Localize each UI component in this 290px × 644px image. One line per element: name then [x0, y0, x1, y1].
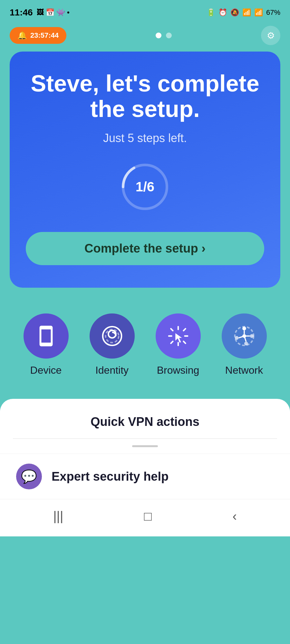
signal-icon: 📶 — [254, 8, 263, 17]
card-title: Steve, let's complete the setup. — [26, 71, 264, 122]
svg-line-13 — [171, 341, 173, 343]
page-dots — [66, 33, 261, 38]
identity-icon-circle — [90, 313, 135, 359]
identity-label: Identity — [95, 364, 129, 376]
alarm-icon: ⏰ — [218, 8, 227, 17]
battery-percent: 67% — [266, 8, 280, 17]
svg-point-5 — [105, 330, 119, 343]
dot-2[interactable] — [166, 33, 172, 38]
card-subtitle: Just 5 steps left. — [26, 131, 264, 145]
status-bar: 11:46 🖼 📅 👾 • 🔋 ⏰ 🔕 📶 📶 67% — [0, 0, 290, 23]
svg-point-17 — [235, 336, 238, 340]
feature-identity[interactable]: Identity — [90, 313, 135, 376]
status-time: 11:46 🖼 📅 👾 • — [10, 7, 70, 18]
expert-help-label: Expert security help — [52, 470, 169, 484]
home-button[interactable]: □ — [134, 506, 161, 527]
identity-icon — [101, 325, 123, 347]
gear-icon: ⚙ — [267, 30, 275, 41]
network-icon — [233, 325, 256, 347]
bottom-nav: ||| □ ‹ — [0, 499, 290, 536]
header-nav: 🔔 23:57:44 ⚙ — [0, 23, 290, 52]
back-icon: ‹ — [232, 509, 237, 523]
mute-icon: 🔕 — [230, 8, 239, 17]
svg-point-2 — [45, 344, 46, 345]
svg-line-10 — [171, 329, 173, 331]
chat-icon: 💬 — [21, 469, 37, 484]
svg-point-23 — [242, 334, 246, 338]
wifi-icon: 📶 — [242, 8, 251, 17]
battery-icon: 🔋 — [207, 8, 215, 17]
time-display: 11:46 — [10, 7, 33, 18]
device-label: Device — [30, 364, 62, 376]
svg-line-12 — [183, 329, 185, 331]
feature-network[interactable]: Network — [222, 313, 267, 376]
device-icon-circle — [24, 313, 69, 359]
main-card: Steve, let's complete the setup. Just 5 … — [10, 52, 280, 288]
vpn-divider — [13, 438, 277, 439]
home-icon: □ — [144, 509, 152, 523]
progress-ring-container: 1/6 — [26, 161, 264, 213]
settings-button[interactable]: ⚙ — [261, 26, 280, 45]
back-button[interactable]: ‹ — [223, 506, 246, 527]
drag-handle[interactable] — [132, 445, 158, 447]
expert-help-bar[interactable]: 💬 Expert security help — [0, 454, 290, 499]
feature-browsing[interactable]: Browsing — [156, 313, 201, 376]
feature-device[interactable]: Device — [24, 313, 69, 376]
menu-button[interactable]: ||| — [44, 506, 73, 527]
browsing-label: Browsing — [157, 364, 199, 376]
notification-timer: 23:57:44 — [30, 31, 59, 40]
status-icons-right: 🔋 ⏰ 🔕 📶 📶 67% — [207, 8, 280, 17]
menu-icon: ||| — [53, 509, 63, 523]
notification-badge[interactable]: 🔔 23:57:44 — [10, 27, 66, 44]
svg-point-15 — [242, 327, 246, 331]
bell-icon: 🔔 — [17, 31, 27, 40]
progress-ring: 1/6 — [119, 161, 171, 213]
features-grid: Device Identity — [10, 307, 280, 383]
complete-setup-button[interactable]: Complete the setup › — [26, 232, 264, 265]
progress-text: 1/6 — [136, 179, 154, 195]
browsing-icon-circle — [156, 313, 201, 359]
svg-point-18 — [244, 342, 248, 346]
quick-vpn-section: Quick VPN actions — [0, 399, 290, 454]
quick-vpn-title: Quick VPN actions — [13, 415, 277, 429]
network-label: Network — [225, 364, 263, 376]
network-icon-circle — [222, 313, 267, 359]
browsing-icon — [167, 325, 189, 347]
device-icon — [35, 325, 57, 347]
expert-icon-circle: 💬 — [16, 464, 42, 489]
status-icons: 🖼 📅 👾 • — [37, 8, 70, 17]
dot-1[interactable] — [156, 33, 161, 38]
features-section: Device Identity — [0, 301, 290, 399]
svg-line-11 — [183, 341, 185, 343]
svg-point-16 — [250, 334, 254, 338]
